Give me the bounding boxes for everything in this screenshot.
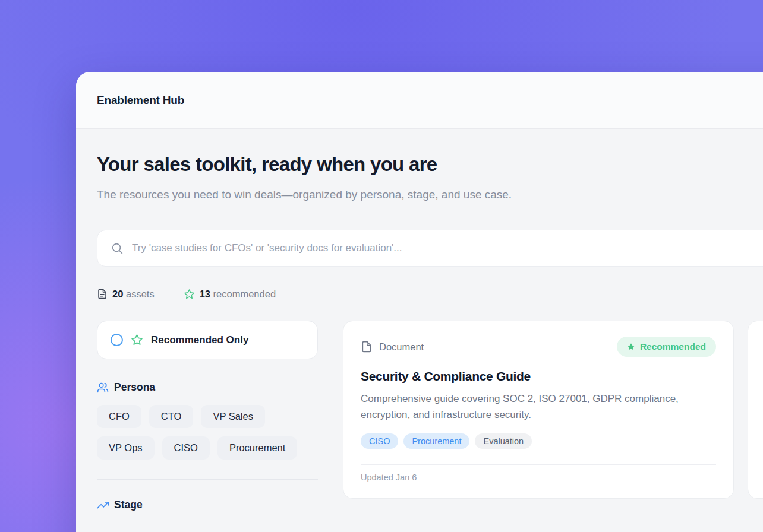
stage-section-label: Stage — [114, 499, 143, 511]
stats-row: 20 assets 13 recommended — [97, 288, 763, 300]
search-input[interactable] — [132, 242, 763, 254]
recommended-badge: Recommended — [617, 337, 716, 357]
enablement-hub-window: Enablement Hub Your sales toolkit, ready… — [76, 72, 763, 532]
window-header: Enablement Hub — [76, 72, 763, 129]
asset-cards: Document Recommended Security & Complian… — [343, 321, 763, 499]
window-body: Your sales toolkit, ready when you are T… — [76, 153, 763, 511]
recommended-count: 13 — [200, 289, 210, 299]
persona-chip-cto[interactable]: CTO — [149, 405, 194, 428]
recommended-only-toggle[interactable]: Recommended Only — [97, 321, 318, 359]
document-count-icon — [97, 289, 108, 299]
persona-chips: CFO CTO VP Sales VP Ops CISO Procurement — [97, 405, 318, 460]
star-filled-icon — [627, 343, 635, 351]
card-tags: CISO Procurement Evaluation — [361, 433, 716, 449]
persona-chip-procurement[interactable]: Procurement — [217, 436, 297, 460]
content-row: Recommended Only Persona CFO — [97, 321, 763, 511]
tag-evaluation[interactable]: Evaluation — [475, 433, 532, 449]
assets-count: 20 — [112, 289, 123, 299]
star-outline-icon — [131, 334, 143, 346]
card-type-label: Document — [379, 341, 424, 353]
page-title: Your sales toolkit, ready when you are — [97, 153, 763, 176]
persona-chip-vp-ops[interactable]: VP Ops — [97, 436, 155, 460]
persona-section-header: Persona — [97, 381, 318, 394]
stats-divider — [169, 288, 169, 300]
asset-card-partial[interactable] — [748, 321, 763, 499]
assets-stat: 20 assets — [97, 289, 155, 300]
desktop-background: { "header": { "app_title": "Enablement H… — [0, 0, 763, 532]
persona-chip-cfo[interactable]: CFO — [97, 405, 141, 428]
search-icon — [111, 242, 124, 255]
card-divider — [361, 464, 716, 465]
card-top-row: Document Recommended — [361, 337, 716, 357]
recommended-badge-label: Recommended — [640, 341, 706, 352]
card-type: Document — [361, 341, 424, 353]
star-outline-icon — [184, 289, 195, 300]
tag-procurement[interactable]: Procurement — [403, 433, 469, 449]
recommended-stat: 13 recommended — [184, 289, 276, 300]
trending-up-icon — [97, 499, 109, 511]
persona-section-label: Persona — [114, 381, 155, 394]
card-description: Comprehensive guide covering SOC 2, ISO … — [361, 391, 705, 423]
recommended-label: recommended — [213, 289, 276, 299]
users-icon — [97, 382, 109, 394]
tag-ciso[interactable]: CISO — [361, 433, 398, 449]
page-subtitle: The resources you need to win deals—orga… — [97, 185, 581, 204]
persona-chip-ciso[interactable]: CISO — [162, 436, 210, 460]
asset-card-security-compliance-guide[interactable]: Document Recommended Security & Complian… — [343, 321, 734, 499]
search-bar[interactable] — [97, 230, 763, 267]
stage-section-header: Stage — [97, 499, 318, 511]
persona-chip-vp-sales[interactable]: VP Sales — [201, 405, 265, 428]
card-updated-date: Updated Jan 6 — [361, 473, 716, 482]
sidebar-divider — [97, 479, 318, 480]
recommended-only-radio[interactable] — [111, 334, 123, 346]
assets-label: assets — [126, 289, 155, 299]
recommended-only-label: Recommended Only — [151, 334, 248, 346]
filters-sidebar: Recommended Only Persona CFO — [97, 321, 318, 511]
app-title: Enablement Hub — [97, 94, 184, 107]
file-icon — [361, 341, 373, 353]
card-title: Security & Compliance Guide — [361, 369, 716, 384]
